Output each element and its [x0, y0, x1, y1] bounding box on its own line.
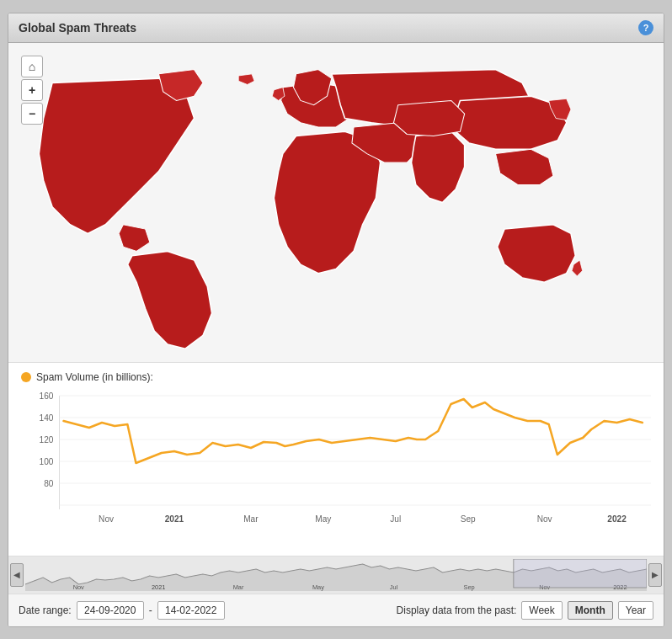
world-map — [17, 51, 655, 354]
home-button[interactable]: ⌂ — [21, 56, 43, 77]
svg-text:160: 160 — [40, 391, 54, 401]
panel-title: Global Spam Threats — [19, 21, 136, 35]
chart-svg: 160 140 120 100 80 Nov 2021 Mar May Jul … — [21, 387, 651, 535]
svg-text:120: 120 — [40, 435, 54, 445]
svg-text:80: 80 — [44, 479, 54, 488]
map-container: ⌂ + − — [8, 43, 664, 363]
minimap-svg: Nov 2021 Mar May Jul Sep Nov 2022 — [25, 559, 647, 591]
svg-text:100: 100 — [40, 457, 54, 466]
main-panel: Global Spam Threats ? ⌂ + − — [8, 13, 664, 627]
svg-text:Nov: Nov — [73, 583, 85, 591]
date-to-input[interactable] — [157, 601, 225, 620]
legend-label: Spam Volume (in billions): — [36, 371, 153, 383]
chart-container: Spam Volume (in billions): 160 140 120 1… — [8, 363, 664, 556]
legend-dot — [21, 372, 31, 382]
zoom-out-button[interactable]: − — [21, 103, 43, 125]
svg-text:May: May — [315, 514, 331, 524]
svg-text:2022: 2022 — [607, 514, 627, 524]
svg-text:Mar: Mar — [233, 583, 244, 591]
footer-right: Display data from the past: Week Month Y… — [397, 601, 653, 620]
minimap-right-arrow[interactable]: ▶ — [648, 563, 662, 587]
svg-text:Nov: Nov — [537, 514, 552, 524]
svg-text:Mar: Mar — [243, 514, 259, 524]
year-button[interactable]: Year — [618, 601, 653, 620]
svg-text:Jul: Jul — [390, 583, 398, 591]
svg-text:Jul: Jul — [390, 514, 401, 524]
zoom-in-button[interactable]: + — [21, 79, 43, 101]
svg-text:Sep: Sep — [464, 583, 475, 591]
minimap-container: ◀ Nov 2021 Mar May Jul Sep Nov 2022 — [8, 556, 664, 594]
svg-text:140: 140 — [40, 413, 54, 423]
minimap-left-arrow[interactable]: ◀ — [10, 563, 24, 587]
date-from-input[interactable] — [77, 601, 144, 620]
footer-left: Date range: - — [19, 601, 388, 620]
date-separator: - — [149, 604, 152, 616]
svg-text:Nov: Nov — [99, 514, 114, 524]
date-range-label: Date range: — [19, 604, 72, 616]
panel-header: Global Spam Threats ? — [8, 13, 664, 43]
chart-legend: Spam Volume (in billions): — [21, 371, 651, 383]
display-label: Display data from the past: — [397, 604, 517, 616]
chart-area: 160 140 120 100 80 Nov 2021 Mar May Jul … — [21, 387, 651, 535]
svg-text:May: May — [312, 583, 324, 591]
svg-rect-30 — [514, 559, 647, 588]
week-button[interactable]: Week — [521, 601, 562, 620]
footer: Date range: - Display data from the past… — [8, 594, 664, 626]
svg-text:Sep: Sep — [461, 514, 476, 524]
svg-text:2021: 2021 — [152, 583, 165, 591]
month-button[interactable]: Month — [568, 601, 613, 620]
svg-text:2021: 2021 — [165, 514, 184, 524]
map-controls: ⌂ + − — [21, 56, 43, 125]
help-icon[interactable]: ? — [638, 20, 653, 35]
